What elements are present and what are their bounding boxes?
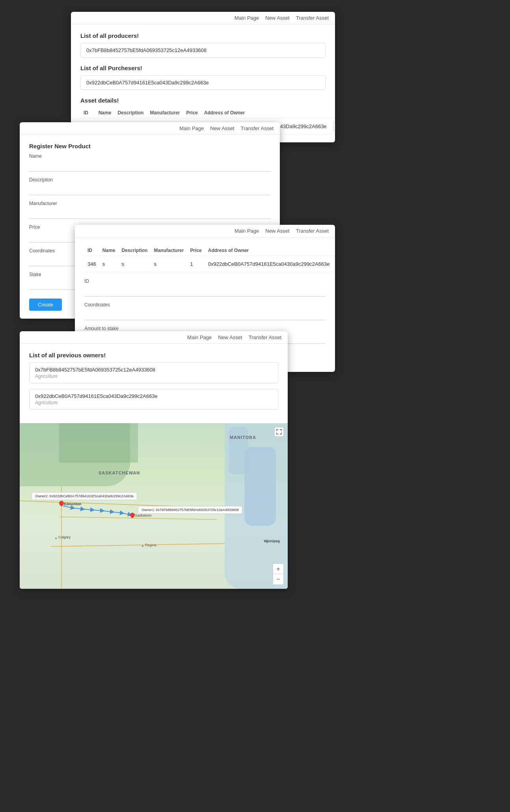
col-id-1: ID [80,108,95,118]
fullscreen-button[interactable] [274,427,284,437]
asset-details-title: Asset details! [80,97,326,104]
description-group: Description [29,177,270,195]
tooltip-owner2-text: Owner2: 0x922dbCeB0A757d94161E5ca0430a9c… [35,494,134,498]
name-group: Name [29,153,270,172]
owner2-box: 0x922dbCeB0A757d94161E5ca043Da9c299c2A66… [29,389,278,410]
cell-name-2: s [99,256,119,272]
cell-addr-2: 0x922dbCeB0A757d94161E5ca0430a9c299c2A66… [205,256,333,272]
tooltip-owner1: Owner1: 0x7bFb8b8452757bE5fdA069353725c1… [138,506,242,514]
svg-line-6 [112,512,122,513]
coordinates-group-2: Coordinates [84,302,326,320]
col-actions-1 [330,108,335,118]
nav-new-asset-2[interactable]: New Asset [210,125,234,131]
nav-main-page-2[interactable]: Main Page [179,125,204,131]
coordinates-label-2: Coordinates [84,302,326,308]
coordinates-input-2[interactable] [84,309,326,320]
zoom-out-button[interactable]: − [273,574,283,584]
nav-bar-2: Main Page New Asset Transfer Asset [20,122,280,135]
map-background: MANITOBA SASKATCHEWAN Edmonton Calgary S… [20,423,288,589]
zoom-in-button[interactable]: + [273,564,283,574]
col-id-2: ID [84,245,99,256]
tooltip-owner2: Owner2: 0x922dbCeB0A757d94161E5ca0430a9c… [32,492,137,500]
col-desc-1: Description [114,108,147,118]
nav-bar-1: Main Page New Asset Transfer Asset [71,12,335,24]
cell-actions-2: History Confirm [333,256,335,272]
tooltip-owner1-text: Owner1: 0x7bFb8b8452757bE5fdA069353725c1… [141,508,239,512]
description-input[interactable] [29,184,270,195]
col-price-2: Price [187,245,205,256]
producer-address: 0x7bFB8b8452757bE5fdA069353725c12eA49336… [80,43,326,58]
col-addr-2: Address of Owner [205,245,333,256]
table-row: 346 s s s 1 0x922dbCeB0A757d94161E5ca043… [84,256,335,272]
col-mfr-2: Manufacturer [151,245,187,256]
col-desc-2: Description [118,245,151,256]
id-label: ID [84,278,326,284]
asset-table-2: ID Name Description Manufacturer Price A… [84,245,335,272]
owner1-address: 0x7bFB8b8452757bE5fdA069353725c12eA49336… [35,367,272,373]
nav-transfer-asset-1[interactable]: Transfer Asset [296,15,329,21]
cell-id-2: 346 [84,256,99,272]
nav-transfer-asset-4[interactable]: Transfer Asset [249,334,281,340]
manufacturer-input[interactable] [29,208,270,219]
svg-line-3 [83,509,93,510]
history-button-1[interactable]: History [333,121,335,131]
manufacturer-group: Manufacturer [29,201,270,219]
name-label: Name [29,153,270,159]
nav-main-page-3[interactable]: Main Page [235,228,259,234]
history-title: List of all previous owners! [29,352,278,358]
col-mfr-1: Manufacturer [147,108,183,118]
owner2-address: 0x922dbCeB0A757d94161E5ca043Da9c299c2A66… [35,393,272,399]
col-name-1: Name [95,108,115,118]
card-history: Main Page New Asset Transfer Asset List … [20,331,288,589]
name-input[interactable] [29,161,270,172]
nav-new-asset-1[interactable]: New Asset [265,15,289,21]
create-button[interactable]: Create [29,299,62,311]
nav-bar-4: Main Page New Asset Transfer Asset [20,331,288,344]
id-input[interactable] [84,286,326,297]
nav-main-page-4[interactable]: Main Page [187,334,212,340]
nav-transfer-asset-2[interactable]: Transfer Asset [241,125,274,131]
purchasers-title: List of all Purchesers! [80,65,326,71]
svg-line-4 [93,510,102,511]
cell-actions: History Confirm [330,118,335,134]
svg-line-2 [73,508,83,509]
svg-line-1 [63,506,73,508]
col-addr-1: Address of Owner [201,108,330,118]
purchaser-address: 0x922dbCeB0A757d94161E5ca043Da9c299c2A66… [80,75,326,90]
producers-title: List of all producers! [80,32,326,39]
amount-label: Amount to stake [84,326,326,331]
owner2-label: Agriculture [35,400,272,405]
col-name-2: Name [99,245,119,256]
cell-price-2: 1 [187,256,205,272]
svg-line-7 [122,513,130,515]
nav-bar-3: Main Page New Asset Transfer Asset [75,225,335,237]
cell-desc-2: s [118,256,151,272]
map-zoom-controls: + − [273,564,284,585]
nav-transfer-asset-3[interactable]: Transfer Asset [296,228,329,234]
description-label: Description [29,177,270,183]
map-container[interactable]: MANITOBA SASKATCHEWAN Edmonton Calgary S… [20,423,288,589]
svg-line-5 [102,511,112,512]
col-price-1: Price [183,108,201,118]
col-actions-2 [333,245,335,256]
cell-mfr-2: s [151,256,187,272]
register-title: Register New Product [29,143,270,149]
nav-new-asset-4[interactable]: New Asset [218,334,242,340]
manufacturer-label: Manufacturer [29,201,270,206]
id-group: ID [84,278,326,297]
nav-new-asset-3[interactable]: New Asset [265,228,289,234]
nav-main-page-1[interactable]: Main Page [235,15,259,21]
owner1-label: Agriculture [35,373,272,379]
owner1-box: 0x7bFB8b8452757bE5fdA069353725c12eA49336… [29,362,278,383]
